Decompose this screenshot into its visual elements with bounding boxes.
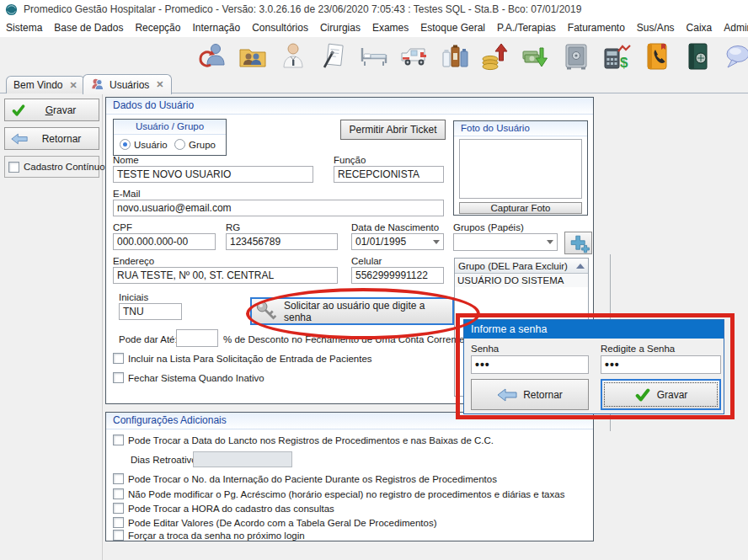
doctor-icon[interactable] (277, 40, 309, 72)
nome-field[interactable]: TESTE NOVO USUARIO (113, 166, 313, 183)
tab-label: Usuários (110, 79, 149, 91)
tipo-group-title: Usuário / Grupo (114, 120, 226, 135)
config-checkbox[interactable] (113, 488, 124, 499)
gravar-button[interactable]: Gravar (4, 99, 99, 121)
group-title: Dados do Usuário (106, 98, 593, 115)
window-title: Promedico Gestão Hospitalar - Promedico … (24, 3, 581, 15)
dias-retroativos-field[interactable] (193, 451, 292, 467)
tab-strip: Bem Vindo ✕ Usuários ✕ (0, 74, 748, 93)
endereco-label: Endereço (113, 256, 154, 266)
cpf-field[interactable]: 000.000.000-00 (113, 233, 216, 250)
cadastro-continuo-checkbox[interactable] (8, 162, 19, 173)
add-plus-icon (568, 233, 590, 253)
radio-grupo[interactable]: Grupo (174, 139, 216, 150)
payment-down-icon[interactable] (520, 40, 552, 72)
app-icon (5, 3, 18, 16)
menu-cirurgias[interactable]: Cirurgias (314, 22, 366, 34)
config-checkbox[interactable] (113, 435, 124, 445)
close-tab-icon[interactable]: ✕ (69, 80, 77, 91)
gravar-label: Gravar (29, 104, 92, 116)
menu-sus-ans[interactable]: Sus/Ans (631, 22, 681, 34)
incluir-lista-checkbox[interactable] (113, 353, 124, 364)
menu-faturamento[interactable]: Faturamento (562, 22, 631, 34)
retornar-label: Retornar (31, 133, 99, 145)
nascimento-label: Data de Nascimento (351, 222, 439, 232)
config-row: Não Pode modificar o Pg. Acréscimo (horá… (113, 488, 564, 499)
patient-folder-icon[interactable] (237, 40, 269, 72)
menu-estoque-geral[interactable]: Estoque Geral (414, 22, 491, 34)
finance-calculator-icon[interactable]: $ (601, 40, 633, 72)
tab-usuarios[interactable]: Usuários ✕ (83, 74, 172, 94)
funcao-field[interactable]: RECEPCIONISTA (334, 166, 444, 183)
celular-field[interactable]: 5562999991122 (351, 267, 444, 284)
fechar-sistema-checkbox[interactable] (113, 372, 124, 383)
redigite-senha-field[interactable]: ••• (601, 355, 721, 374)
endereco-field[interactable]: RUA TESTE, Nº 00, ST. CENTRAL (113, 267, 338, 284)
fechar-sistema-row: Fechar Sistema Quando Inativo (113, 372, 264, 383)
grupos-combo[interactable] (453, 233, 558, 251)
radio-grupo-control[interactable] (174, 139, 185, 150)
add-grupo-button[interactable] (564, 232, 592, 254)
tab-bem-vindo[interactable]: Bem Vindo ✕ (6, 76, 85, 93)
dialog-gravar-button[interactable]: Gravar (601, 379, 721, 410)
iniciais-field[interactable]: TNU (119, 303, 182, 320)
config-label: Não Pode modificar o Pg. Acréscimo (horá… (128, 489, 564, 499)
close-tab-icon[interactable]: ✕ (156, 79, 163, 90)
desconto-prefix-label: Pode dar Até: (119, 334, 178, 344)
email-field[interactable]: novo.usuario@email.com (113, 200, 444, 216)
list-item[interactable]: USUÁRIO DO SISTEMA (455, 274, 588, 287)
phone-book-icon[interactable] (641, 40, 673, 72)
menu-internacao[interactable]: Internação (186, 22, 246, 34)
rg-field[interactable]: 123456789 (226, 233, 338, 250)
menu-administracao[interactable]: Administração (718, 22, 748, 34)
desconto-field[interactable] (176, 329, 218, 347)
arrow-left-icon (11, 133, 28, 145)
senha-field[interactable]: ••• (471, 355, 589, 374)
grupos-list-header[interactable]: Grupo (DEL Para Excluir) (455, 259, 588, 274)
nome-label: Nome (113, 155, 139, 165)
capturar-foto-button[interactable]: Capturar Foto (459, 202, 582, 214)
nascimento-combo[interactable]: 01/01/1995 (351, 233, 444, 250)
config-label: Pode Trocar a HORA do cadastro das consu… (128, 504, 334, 514)
ledger-book-icon[interactable] (681, 40, 713, 72)
config-checkbox[interactable] (113, 473, 124, 484)
pharmacy-icon[interactable] (439, 40, 471, 72)
config-checkbox[interactable] (113, 517, 124, 528)
config-checkbox[interactable] (113, 503, 124, 514)
hospital-bed-icon[interactable] (358, 40, 390, 72)
radio-usuario-label: Usuário (134, 140, 168, 150)
menu-exames[interactable]: Exames (366, 22, 414, 34)
capturar-foto-label: Capturar Foto (491, 203, 551, 213)
solicitar-senha-label: Solicitar ao usuário que digite a senha (284, 300, 452, 323)
permitir-abrir-ticket-button[interactable]: Permitir Abrir Ticket (340, 120, 446, 140)
radio-usuario[interactable]: Usuário (120, 139, 168, 150)
revenue-up-icon[interactable] (479, 40, 511, 72)
cpf-label: CPF (113, 222, 132, 232)
toolbar: $ (0, 37, 748, 75)
chat-icon[interactable] (722, 40, 748, 72)
dialog-retornar-button[interactable]: Retornar (471, 379, 589, 410)
menu-base-de-dados[interactable]: Base de Dados (48, 22, 129, 34)
config-row: Pode Trocar a HORA do cadastro das consu… (113, 503, 334, 514)
menu-consultorios[interactable]: Consultórios (246, 22, 314, 34)
prescription-icon[interactable] (318, 40, 350, 72)
config-label: Pode Trocar a Data do Lancto nos Registr… (128, 435, 494, 445)
menu-recepcao[interactable]: Recepção (129, 22, 186, 34)
radio-usuario-control[interactable] (120, 139, 131, 150)
sort-asc-icon (576, 264, 585, 269)
foto-usuario-panel: Foto do Usuário Capturar Foto (453, 120, 588, 216)
fechar-sistema-label: Fechar Sistema Quando Inativo (128, 373, 264, 383)
safe-icon[interactable] (560, 40, 592, 72)
ambulance-icon[interactable] (398, 40, 430, 72)
redigite-senha-label: Redigite a Senha (601, 344, 675, 354)
users-sync-icon[interactable] (196, 40, 228, 72)
menu-sistema[interactable]: Sistema (0, 22, 48, 34)
menu-caixa[interactable]: Caixa (681, 22, 719, 34)
config-checkbox[interactable] (113, 530, 124, 541)
rg-label: RG (226, 222, 240, 232)
grupos-list-header-label: Grupo (DEL Para Excluir) (458, 261, 568, 271)
retornar-button[interactable]: Retornar (4, 127, 99, 150)
chevron-down-icon (433, 240, 440, 244)
solicitar-senha-button[interactable]: Solicitar ao usuário que digite a senha (250, 297, 454, 325)
menu-pa-terapias[interactable]: P.A./Terapias (491, 22, 562, 34)
